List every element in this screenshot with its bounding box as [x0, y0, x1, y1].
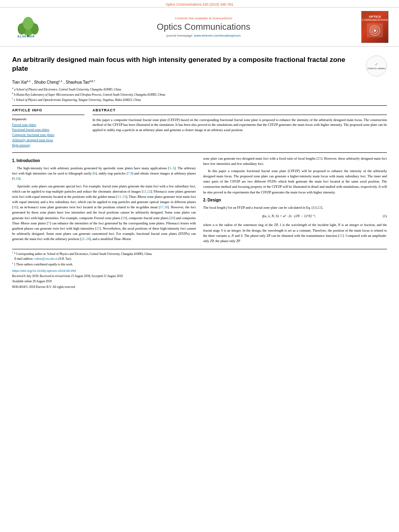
email-link[interactable]: eshtao@csu.edu.cn	[34, 257, 58, 261]
keyword-2[interactable]: Fractional fractal zone plates	[12, 127, 84, 133]
left-column: 1. Introduction The high-intensity foci …	[12, 156, 196, 246]
logo-optics-line1: OPTICS	[369, 15, 381, 19]
journal-header: ELSEVIER Contents lists available at Sci…	[0, 7, 399, 47]
received-dates: Received 6 July 2018; Received in revise…	[12, 274, 387, 284]
footnote-1: 1 1 These authors contributed equally to…	[12, 261, 387, 267]
title-row: An arbitrarily designed main focus with …	[12, 55, 387, 76]
article-info-panel: ARTICLE INFO Keywords: Fractal zone plat…	[12, 108, 84, 148]
ref-9-10[interactable]: 9,10	[13, 177, 19, 181]
ref-11b[interactable]: 11	[339, 234, 343, 238]
right-column: zone plate can generate two designed mai…	[203, 156, 387, 246]
ref-22-24[interactable]: 22–24	[81, 237, 89, 241]
header-divider	[12, 105, 387, 106]
available-line: Available online 29 August 2018	[12, 279, 387, 284]
journal-homepage: journal homepage: www.elsevier.com/locat…	[48, 34, 359, 37]
svg-point-4	[23, 17, 33, 30]
author2-sup: c,1	[59, 80, 62, 82]
affil-a: a a School of Physics and Electronics, C…	[12, 86, 387, 92]
journal-logo-box: OPTICS COMMUNICATIONS	[361, 11, 389, 43]
equation-number: (1)	[375, 214, 387, 219]
check-icon: ✓	[375, 62, 378, 67]
logo-decorative-icon	[368, 24, 382, 37]
ref-6[interactable]: 6	[94, 171, 95, 175]
journal-citation-bar: Optics Communications 430 (2019) 348–351	[0, 0, 399, 7]
article-body: An arbitrarily designed main focus with …	[0, 47, 399, 293]
right-para-2: In this paper a composite fractional fra…	[203, 168, 387, 195]
ref-25[interactable]: 25	[318, 156, 321, 160]
journal-center-header: Contents lists available at ScienceDirec…	[48, 11, 359, 43]
journal-title: Optics Communications	[48, 22, 359, 32]
right-para-1: zone plate can generate two designed mai…	[203, 156, 387, 166]
logo-image-area	[367, 23, 383, 37]
author3-name: , Shaohua Tao	[64, 80, 89, 84]
info-abstract-section: ARTICLE INFO Keywords: Fractal zone plat…	[12, 108, 387, 148]
keyword-5[interactable]: High intensity	[12, 143, 84, 148]
ref-16[interactable]: 16	[13, 205, 17, 209]
design-para-2: where a is the radius of the outermost r…	[203, 222, 387, 244]
abstract-title: ABSTRACT	[93, 108, 387, 112]
elsevier-logo: ELSEVIER	[8, 11, 48, 43]
check-updates-label: Check for updates	[368, 67, 386, 70]
equation-row: f(a, λ, N, S) = a² · [λ · (2N − 1)^S]⁻¹,…	[203, 214, 387, 219]
svg-point-8	[374, 29, 376, 32]
ref-1-5[interactable]: 1–5	[169, 166, 175, 170]
article-title: An arbitrarily designed main focus with …	[12, 55, 366, 73]
logo-communications-line2: COMMUNICATIONS	[362, 18, 388, 22]
authors-line: Tian Xiaa,1 , Shubo Chengc,1 , Shaohua T…	[12, 80, 387, 84]
ref-19[interactable]: 19	[122, 216, 126, 220]
affiliations: a a School of Physics and Electronics, C…	[12, 86, 387, 102]
ref-7-8[interactable]: 7,8	[128, 171, 132, 175]
page: Optics Communications 430 (2019) 348–351…	[0, 0, 399, 532]
keywords-list: Fractal zone plates Fractional fractal z…	[12, 123, 84, 148]
footnotes: * * Corresponding author at: School of P…	[12, 251, 387, 267]
affil-c: c c School of Physics and Optoelectronic…	[12, 97, 387, 102]
sciencedirect-prefix: Contents lists available at ScienceDirec…	[175, 16, 232, 20]
affil-b: b b Hunan Key Laboratory of Super Micros…	[12, 92, 387, 97]
homepage-label: journal homepage:	[167, 34, 194, 37]
email-person: (S.H. Tao).	[58, 257, 72, 261]
author1-name: Tian Xia	[12, 80, 27, 84]
main-divider	[12, 152, 387, 153]
equation-text: f(a, λ, N, S) = a² · [λ · (2N − 1)^S]⁻¹,	[262, 214, 316, 218]
info-divider	[12, 115, 84, 115]
section2-title: 2. Design	[203, 197, 387, 203]
received-line: Received 6 July 2018; Received in revise…	[12, 274, 387, 279]
email-label: E-mail address:	[14, 257, 35, 261]
keyword-3[interactable]: Composite fractional zone plates	[12, 133, 84, 138]
homepage-link[interactable]: www.elsevier.com/locate/optcom	[194, 34, 241, 37]
design-para-1: The focal length f for an FFZP and a fra…	[203, 205, 387, 210]
footnote-email: E-mail address: eshtao@csu.edu.cn (S.H. …	[12, 257, 387, 261]
abstract-divider	[93, 115, 387, 115]
article-info-title: ARTICLE INFO	[12, 108, 84, 112]
abstract-section: ABSTRACT In this paper a composite fract…	[93, 108, 387, 148]
intro-para-2: Aperiodic zone plates can generate speci…	[12, 184, 196, 242]
ref-13-15[interactable]: 13–15	[117, 195, 126, 199]
section1-title: 1. Introduction	[12, 158, 196, 164]
journal-citation: Optics Communications 430 (2019) 348–351	[166, 2, 234, 6]
main-content: 1. Introduction The high-intensity foci …	[12, 156, 387, 246]
check-updates-badge: ✓ Check for updates	[366, 55, 387, 76]
ref-17-18[interactable]: 17,18	[160, 205, 168, 209]
keywords-label: Keywords:	[12, 117, 84, 121]
footer-divider	[12, 249, 387, 249]
intro-para-1: The high-intensity foci with arbitrary p…	[12, 166, 196, 182]
author3-sup: a,b,*	[89, 80, 95, 82]
copyright-line: 0030-4018/© 2018 Elsevier B.V. All right…	[12, 285, 387, 289]
doi-link[interactable]: https://doi.org/10.1016/j.optcom.2018.08…	[12, 269, 387, 273]
elsevier-tree-icon: ELSEVIER	[16, 16, 40, 38]
author2-name: , Shubo Cheng	[32, 80, 59, 84]
author1-sup: a,1	[27, 80, 31, 82]
equation-content: f(a, λ, N, S) = a² · [λ · (2N − 1)^S]⁻¹,	[203, 214, 375, 219]
ref-7b[interactable]: 7	[48, 221, 49, 225]
keyword-1[interactable]: Fractal zone plates	[12, 123, 84, 128]
ref-20[interactable]: 20	[171, 216, 174, 220]
keyword-4[interactable]: Arbitrarily designed main focus	[12, 138, 84, 143]
footnote-corresponding: * * Corresponding author at: School of P…	[12, 251, 387, 257]
abstract-text: In this paper a composite fractional fra…	[93, 117, 387, 133]
ref-22b[interactable]: 22	[318, 205, 321, 210]
journal-logo-right: OPTICS COMMUNICATIONS	[359, 11, 391, 43]
ref-21[interactable]: 21	[97, 226, 100, 230]
sciencedirect-link[interactable]: Contents lists available at ScienceDirec…	[48, 16, 359, 20]
ref-11-12[interactable]: 11,12	[143, 189, 150, 193]
svg-text:ELSEVIER: ELSEVIER	[18, 35, 35, 38]
